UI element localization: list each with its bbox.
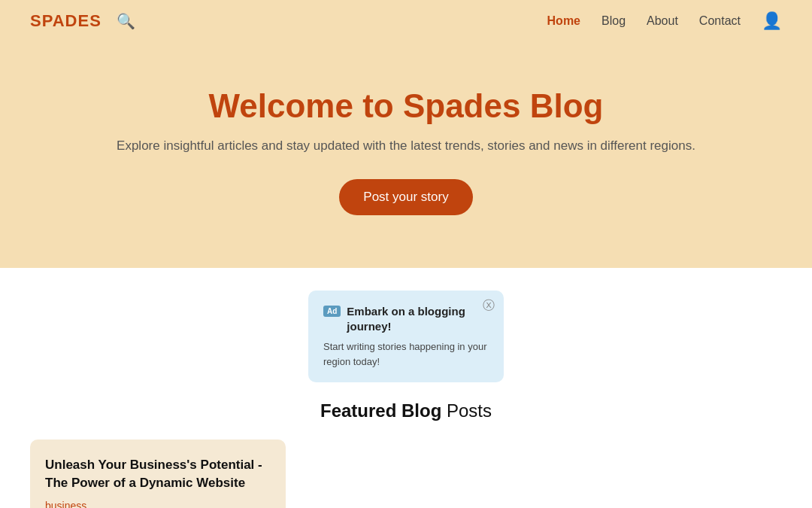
logo[interactable]: SPADES xyxy=(30,11,102,31)
navbar: SPADES 🔍 Home Blog About Contact 👤 xyxy=(0,0,812,42)
hero-title: Welcome to Spades Blog xyxy=(30,87,782,125)
nav-left: SPADES 🔍 xyxy=(30,11,135,31)
post-story-button[interactable]: Post your story xyxy=(339,179,472,215)
ad-card: Ad Embark on a blogging journey! ⓧ Start… xyxy=(308,291,504,382)
blog-card[interactable]: Unleash Your Business's Potential - The … xyxy=(30,440,286,508)
ad-header: Ad Embark on a blogging journey! xyxy=(323,304,489,333)
nav-link-about[interactable]: About xyxy=(647,14,678,28)
ad-close-icon[interactable]: ⓧ xyxy=(483,300,495,312)
hero-subtitle: Explore insightful articles and stay upd… xyxy=(30,138,782,154)
logo-text: SPADES xyxy=(30,11,102,31)
search-icon[interactable]: 🔍 xyxy=(117,12,135,30)
featured-heading-bold: Featured Blog xyxy=(320,400,441,421)
nav-link-blog[interactable]: Blog xyxy=(601,14,626,28)
blog-card-tag: business xyxy=(45,500,271,508)
ad-badge: Ad xyxy=(323,306,341,317)
featured-heading: Featured Blog Posts xyxy=(30,400,782,421)
nav-link-home[interactable]: Home xyxy=(547,14,580,28)
nav-right: Home Blog About Contact 👤 xyxy=(547,11,782,31)
nav-link-contact[interactable]: Contact xyxy=(699,14,741,28)
featured-heading-normal: Posts xyxy=(441,400,492,421)
blog-card-title: Unleash Your Business's Potential - The … xyxy=(45,456,271,492)
content-section: Ad Embark on a blogging journey! ⓧ Start… xyxy=(0,268,812,508)
ad-description: Start writing stories happening in your … xyxy=(323,339,489,369)
hero-section: Welcome to Spades Blog Explore insightfu… xyxy=(0,42,812,268)
ad-title: Embark on a blogging journey! xyxy=(347,304,489,333)
user-icon[interactable]: 👤 xyxy=(762,11,782,31)
